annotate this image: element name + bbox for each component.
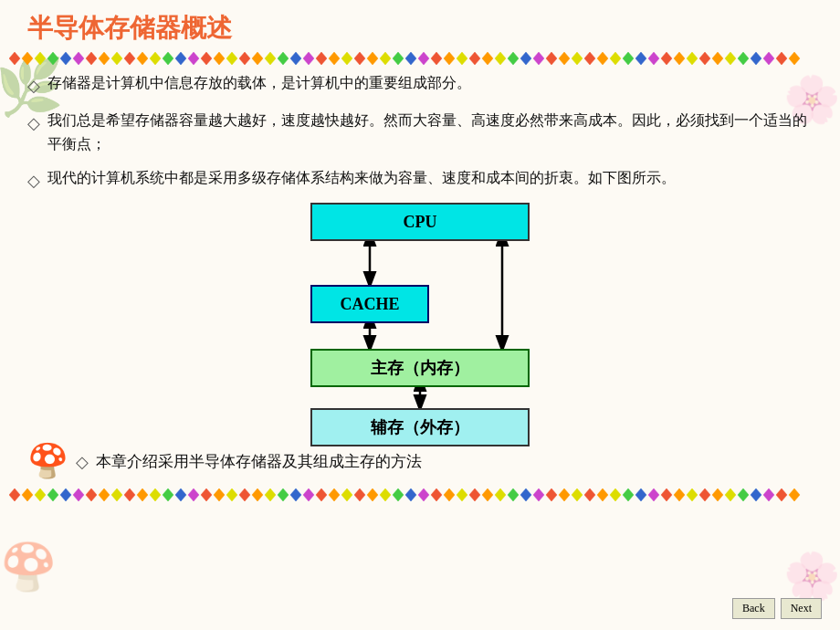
- svg-marker-91: [303, 488, 314, 501]
- svg-marker-79: [150, 488, 161, 501]
- svg-marker-104: [469, 488, 480, 501]
- svg-marker-105: [482, 488, 493, 501]
- svg-marker-7: [99, 52, 110, 65]
- svg-marker-1: [22, 52, 33, 65]
- svg-marker-107: [508, 488, 519, 501]
- svg-marker-126: [751, 488, 761, 501]
- svg-marker-76: [111, 488, 122, 501]
- svg-marker-37: [482, 52, 493, 65]
- svg-marker-23: [303, 52, 314, 65]
- svg-marker-50: [648, 52, 659, 65]
- svg-marker-117: [635, 488, 646, 501]
- bullet-text-2: 我们总是希望存储器容量越大越好，速度越快越好。然而大容量、高速度必然带来高成本。…: [47, 109, 813, 157]
- svg-marker-80: [163, 488, 173, 501]
- aux-memory-label: 辅存（外存）: [371, 416, 469, 438]
- svg-marker-72: [60, 488, 71, 501]
- svg-marker-46: [597, 52, 608, 65]
- svg-marker-43: [559, 52, 570, 65]
- svg-marker-59: [763, 52, 774, 65]
- svg-marker-3: [47, 52, 58, 65]
- svg-marker-84: [214, 488, 225, 501]
- svg-marker-39: [508, 52, 519, 65]
- svg-marker-30: [393, 52, 404, 65]
- bullet-text-1: 存储器是计算机中信息存放的载体，是计算机中的重要组成部分。: [47, 71, 813, 95]
- bottom-bullet-diamond: ◇: [76, 452, 89, 472]
- svg-marker-81: [175, 488, 186, 501]
- svg-marker-89: [278, 488, 289, 501]
- svg-marker-55: [712, 52, 723, 65]
- bottom-divider: [0, 486, 840, 504]
- svg-marker-53: [687, 52, 698, 65]
- svg-marker-44: [572, 52, 583, 65]
- svg-marker-4: [60, 52, 71, 65]
- svg-marker-118: [648, 488, 659, 501]
- svg-marker-97: [380, 488, 391, 501]
- bottom-bullet-area: 🍄 ◇ 本章介绍采用半导体存储器及其组成主存的方法: [0, 436, 840, 486]
- svg-marker-15: [201, 52, 212, 65]
- deco-bottom-right: 🌸: [783, 550, 840, 603]
- svg-marker-94: [341, 488, 352, 501]
- svg-marker-42: [546, 52, 557, 65]
- svg-marker-31: [405, 52, 416, 65]
- page-title: 半导体存储器概述: [0, 0, 840, 49]
- svg-marker-35: [457, 52, 467, 65]
- main-memory-label: 主存（内存）: [371, 357, 469, 379]
- svg-marker-129: [789, 488, 800, 501]
- svg-marker-29: [380, 52, 391, 65]
- svg-marker-90: [290, 488, 301, 501]
- svg-marker-60: [776, 52, 787, 65]
- svg-marker-88: [265, 488, 276, 501]
- slide: 🌿 🌸 🍄 🌸 半导体存储器概述 ◇ 存储器是计算机中信息存放的载体，是计算机中…: [0, 0, 840, 630]
- svg-marker-2: [35, 52, 46, 65]
- back-button[interactable]: Back: [732, 598, 775, 619]
- svg-marker-75: [99, 488, 110, 501]
- svg-marker-40: [520, 52, 531, 65]
- svg-marker-71: [47, 488, 58, 501]
- svg-marker-74: [86, 488, 97, 501]
- main-memory-box: 主存（内存）: [310, 349, 530, 387]
- svg-marker-18: [239, 52, 250, 65]
- svg-marker-111: [559, 488, 570, 501]
- svg-marker-10: [137, 52, 148, 65]
- svg-marker-85: [226, 488, 237, 501]
- svg-marker-54: [699, 52, 710, 65]
- svg-marker-77: [124, 488, 135, 501]
- svg-marker-26: [341, 52, 352, 65]
- svg-marker-83: [201, 488, 212, 501]
- mushroom-icon: 🍄: [27, 442, 68, 480]
- svg-marker-28: [367, 52, 378, 65]
- cpu-box: CPU: [310, 203, 530, 241]
- svg-marker-103: [457, 488, 467, 501]
- top-divider: [0, 49, 840, 68]
- svg-marker-87: [252, 488, 263, 501]
- svg-marker-22: [290, 52, 301, 65]
- svg-marker-36: [469, 52, 480, 65]
- next-button[interactable]: Next: [781, 598, 822, 619]
- nav-buttons: Back Next: [732, 598, 822, 619]
- svg-marker-19: [252, 52, 263, 65]
- svg-marker-99: [405, 488, 416, 501]
- memory-hierarchy-diagram: CPU CACHE 主存（内存） 辅存（外存）: [0, 203, 840, 431]
- svg-marker-82: [188, 488, 199, 501]
- bullet-item-2: ◇ 我们总是希望存储器容量越大越好，速度越快越好。然而大容量、高速度必然带来高成…: [27, 109, 813, 157]
- bottom-bullet-text: 本章介绍采用半导体存储器及其组成主存的方法: [96, 451, 422, 472]
- divider-pattern: [9, 50, 831, 67]
- svg-marker-68: [9, 488, 20, 501]
- svg-marker-110: [546, 488, 557, 501]
- svg-marker-14: [188, 52, 199, 65]
- svg-marker-96: [367, 488, 378, 501]
- svg-marker-45: [584, 52, 595, 65]
- svg-marker-8: [111, 52, 122, 65]
- svg-marker-20: [265, 52, 276, 65]
- bottom-divider-svg: [9, 487, 813, 503]
- svg-marker-17: [226, 52, 237, 65]
- svg-marker-61: [789, 52, 800, 65]
- svg-marker-101: [431, 488, 442, 501]
- svg-marker-108: [520, 488, 531, 501]
- bullet-item-3: ◇ 现代的计算机系统中都是采用多级存储体系结构来做为容量、速度和成本间的折衷。如…: [27, 166, 813, 194]
- svg-marker-52: [674, 52, 685, 65]
- svg-marker-11: [150, 52, 161, 65]
- svg-marker-47: [610, 52, 621, 65]
- cache-label: CACHE: [340, 295, 399, 314]
- svg-marker-0: [9, 52, 20, 65]
